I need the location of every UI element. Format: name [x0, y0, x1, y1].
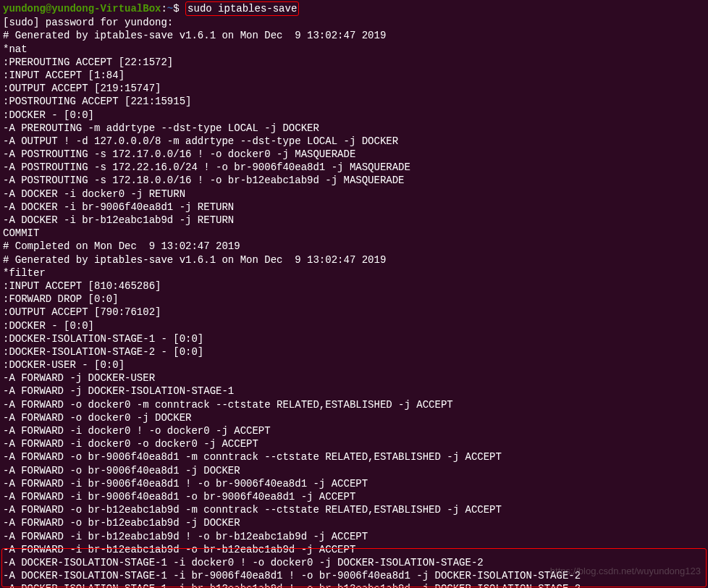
prompt-colon: :	[161, 3, 167, 14]
output-line: :FORWARD DROP [0:0]	[3, 293, 705, 306]
output-line: COMMIT	[3, 227, 705, 240]
command-highlight: sudo iptables-save	[185, 1, 299, 16]
output-line: :OUTPUT ACCEPT [790:76102]	[3, 306, 705, 319]
output-line: -A PREROUTING -m addrtype --dst-type LOC…	[3, 122, 705, 135]
output-line: # Generated by iptables-save v1.6.1 on M…	[3, 253, 705, 266]
output-line: :DOCKER - [0:0]	[3, 109, 705, 122]
output-line: :DOCKER-USER - [0:0]	[3, 358, 705, 371]
output-line: -A OUTPUT ! -d 127.0.0.0/8 -m addrtype -…	[3, 135, 705, 148]
output-line: :OUTPUT ACCEPT [219:15747]	[3, 82, 705, 95]
output-line: -A FORWARD -i docker0 -o docker0 -j ACCE…	[3, 437, 705, 450]
output-line: -A DOCKER-ISOLATION-STAGE-1 -i br-b12eab…	[3, 582, 705, 588]
output-line: -A FORWARD -o br-b12eabc1ab9d -m conntra…	[3, 503, 705, 516]
output-line: *filter	[3, 266, 705, 280]
output-line: -A POSTROUTING -s 172.22.16.0/24 ! -o br…	[3, 161, 705, 174]
output-line: -A FORWARD -o br-9006f40ea8d1 -j DOCKER	[3, 464, 705, 477]
output-line: :INPUT ACCEPT [1:84]	[3, 69, 705, 82]
prompt-user: yundong	[3, 3, 46, 14]
output-line: :DOCKER-ISOLATION-STAGE-2 - [0:0]	[3, 345, 705, 358]
prompt-path: ~	[167, 3, 173, 14]
output-line: # Completed on Mon Dec 9 13:02:47 2019	[3, 240, 705, 253]
output-line: -A FORWARD -i br-9006f40ea8d1 ! -o br-90…	[3, 477, 705, 490]
prompt-dollar: $	[173, 3, 179, 14]
output-line: -A POSTROUTING -s 172.18.0.0/16 ! -o br-…	[3, 174, 705, 187]
output-line: :INPUT ACCEPT [810:465286]	[3, 280, 705, 293]
output-line: :DOCKER - [0:0]	[3, 319, 705, 332]
output-line: -A FORWARD -o br-9006f40ea8d1 -m conntra…	[3, 450, 705, 463]
prompt-host: yundong-VirtualBox	[51, 3, 161, 14]
output-line: -A FORWARD -j DOCKER-USER	[3, 371, 705, 385]
output-line: -A DOCKER -i br-b12eabc1ab9d -j RETURN	[3, 214, 705, 227]
output-line: -A FORWARD -i br-9006f40ea8d1 -o br-9006…	[3, 490, 705, 503]
output-line: -A FORWARD -o docker0 -m conntrack --cts…	[3, 398, 705, 411]
prompt-at: @	[46, 3, 51, 14]
output-line: -A FORWARD -i br-b12eabc1ab9d ! -o br-b1…	[3, 530, 705, 543]
output-line: [sudo] password for yundong:	[3, 16, 705, 29]
watermark: https://blog.csdn.net/wuyundong123	[550, 566, 701, 578]
output-line: -A FORWARD -o docker0 -j DOCKER	[3, 411, 705, 424]
output-line: :POSTROUTING ACCEPT [221:15915]	[3, 95, 705, 108]
output-line: -A FORWARD -i br-b12eabc1ab9d -o br-b12e…	[3, 543, 705, 556]
output-line: :PREROUTING ACCEPT [22:1572]	[3, 56, 705, 69]
prompt-line: yundong@yundong-VirtualBox:~$ sudo iptab…	[3, 1, 705, 16]
output-line: :DOCKER-ISOLATION-STAGE-1 - [0:0]	[3, 332, 705, 345]
output-line: -A POSTROUTING -s 172.17.0.0/16 ! -o doc…	[3, 148, 705, 161]
output-line: # Generated by iptables-save v1.6.1 on M…	[3, 29, 705, 42]
output-line: -A FORWARD -i docker0 ! -o docker0 -j AC…	[3, 424, 705, 437]
output-line: -A DOCKER -i docker0 -j RETURN	[3, 188, 705, 201]
terminal-output[interactable]: yundong@yundong-VirtualBox:~$ sudo iptab…	[3, 1, 705, 588]
output-line: -A DOCKER -i br-9006f40ea8d1 -j RETURN	[3, 201, 705, 214]
output-line: -A FORWARD -j DOCKER-ISOLATION-STAGE-1	[3, 385, 705, 398]
output-line: *nat	[3, 43, 705, 56]
output-line: -A FORWARD -o br-b12eabc1ab9d -j DOCKER	[3, 516, 705, 529]
